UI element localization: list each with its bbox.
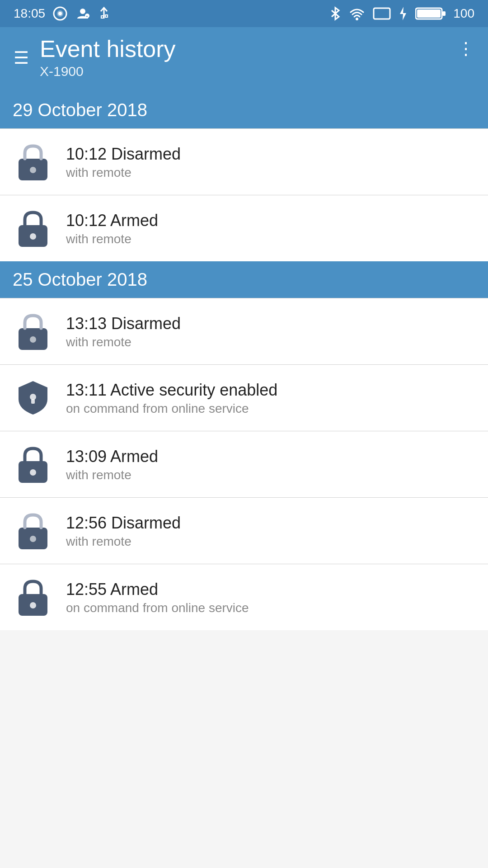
svg-rect-8 bbox=[105, 15, 108, 17]
list-item[interactable]: 12:56 Disarmedwith remote bbox=[0, 498, 488, 564]
svg-rect-20 bbox=[30, 336, 36, 343]
svg-rect-13 bbox=[417, 9, 441, 18]
battery-level: 100 bbox=[453, 6, 474, 21]
event-icon-shield bbox=[13, 377, 53, 418]
event-title: 10:12 Armed bbox=[66, 211, 475, 230]
svg-rect-26 bbox=[30, 536, 36, 542]
svg-rect-24 bbox=[30, 469, 36, 476]
time-display: 18:05 bbox=[14, 6, 45, 21]
event-title: 13:09 Armed bbox=[66, 447, 475, 466]
person-icon: + bbox=[75, 6, 90, 21]
event-text-block: 12:56 Disarmedwith remote bbox=[66, 513, 475, 549]
svg-text:+: + bbox=[86, 14, 88, 19]
event-list: 29 October 2018 10:12 Disarmedwith remot… bbox=[0, 92, 488, 630]
event-title: 13:13 Disarmed bbox=[66, 314, 475, 333]
event-icon-lock-disarmed bbox=[13, 311, 53, 352]
svg-rect-22 bbox=[31, 399, 35, 404]
svg-rect-16 bbox=[30, 167, 36, 173]
bluetooth-icon bbox=[329, 6, 341, 21]
event-icon-lock-armed bbox=[13, 208, 53, 249]
event-subtitle: on command from online service bbox=[66, 601, 475, 615]
event-subtitle: with remote bbox=[66, 335, 475, 349]
event-title: 10:12 Disarmed bbox=[66, 144, 475, 164]
event-subtitle: on command from online service bbox=[66, 401, 475, 416]
event-icon-lock-disarmed bbox=[13, 510, 53, 551]
usb-icon bbox=[98, 6, 110, 21]
event-icon-lock-armed bbox=[13, 577, 53, 618]
event-title: 12:55 Armed bbox=[66, 580, 475, 599]
status-right: 100 bbox=[329, 6, 474, 21]
event-text-block: 10:12 Armedwith remote bbox=[66, 211, 475, 246]
event-text-block: 13:13 Disarmedwith remote bbox=[66, 314, 475, 349]
list-item[interactable]: 13:13 Disarmedwith remote bbox=[0, 298, 488, 364]
page-title: Event history bbox=[40, 36, 457, 62]
wifi-icon bbox=[348, 6, 366, 21]
message-icon bbox=[52, 6, 68, 21]
toolbar-title-block: Event history X-1900 bbox=[29, 36, 457, 79]
svg-rect-18 bbox=[30, 233, 36, 240]
list-item[interactable]: 13:09 Armedwith remote bbox=[0, 431, 488, 497]
event-subtitle: with remote bbox=[66, 534, 475, 549]
battery-icon bbox=[415, 6, 446, 21]
svg-rect-7 bbox=[101, 16, 103, 18]
date-header-0: 29 October 2018 bbox=[0, 92, 488, 128]
status-left: 18:05 + bbox=[14, 6, 110, 21]
event-text-block: 13:11 Active security enabledon command … bbox=[66, 380, 475, 416]
list-item[interactable]: 12:55 Armedon command from online servic… bbox=[0, 564, 488, 630]
more-options-icon[interactable]: ⋮ bbox=[457, 39, 474, 59]
event-text-block: 12:55 Armedon command from online servic… bbox=[66, 580, 475, 615]
event-text-block: 10:12 Disarmedwith remote bbox=[66, 144, 475, 180]
event-title: 13:11 Active security enabled bbox=[66, 380, 475, 400]
bolt-icon bbox=[398, 6, 408, 21]
event-title: 12:56 Disarmed bbox=[66, 513, 475, 533]
status-bar: 18:05 + bbox=[0, 0, 488, 27]
list-item[interactable]: 10:12 Disarmedwith remote bbox=[0, 129, 488, 195]
event-subtitle: with remote bbox=[66, 232, 475, 246]
svg-point-2 bbox=[58, 12, 62, 15]
event-text-block: 13:09 Armedwith remote bbox=[66, 447, 475, 482]
device-subtitle: X-1900 bbox=[40, 64, 457, 79]
event-icon-lock-disarmed bbox=[13, 142, 53, 182]
svg-point-9 bbox=[356, 18, 358, 20]
event-subtitle: with remote bbox=[66, 165, 475, 180]
svg-rect-21 bbox=[30, 394, 36, 400]
date-header-1: 25 October 2018 bbox=[0, 261, 488, 298]
list-item[interactable]: 13:11 Active security enabledon command … bbox=[0, 365, 488, 431]
event-icon-lock-armed bbox=[13, 444, 53, 485]
svg-rect-28 bbox=[30, 602, 36, 609]
svg-rect-14 bbox=[442, 11, 446, 16]
event-subtitle: with remote bbox=[66, 468, 475, 482]
svg-rect-10 bbox=[374, 8, 390, 19]
list-item[interactable]: 10:12 Armedwith remote bbox=[0, 195, 488, 261]
menu-icon[interactable]: ☰ bbox=[14, 49, 29, 66]
toolbar: ☰ Event history X-1900 ⋮ bbox=[0, 27, 488, 92]
svg-point-3 bbox=[80, 9, 85, 14]
screen-icon bbox=[373, 7, 391, 20]
svg-marker-11 bbox=[400, 7, 406, 20]
